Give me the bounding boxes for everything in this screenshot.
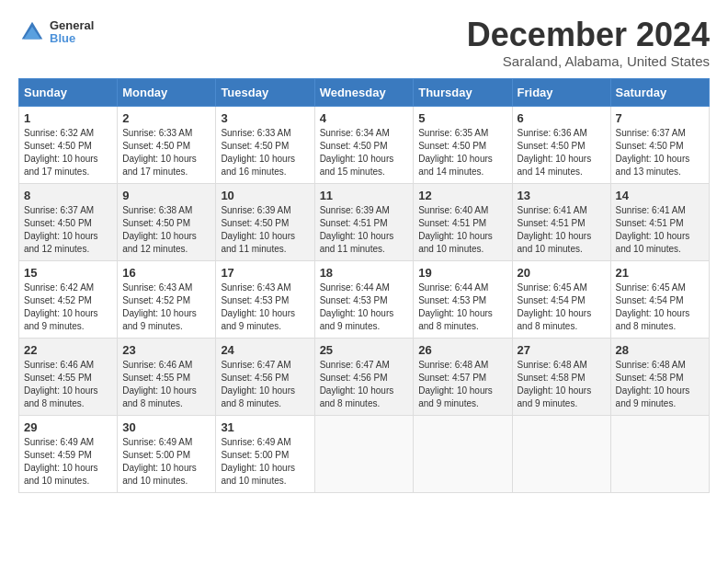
day-number: 25 [320,343,409,357]
logo-text: General Blue [50,19,94,46]
calendar-cell: 19Sunrise: 6:44 AM Sunset: 4:53 PM Dayli… [414,261,512,339]
calendar-cell [414,416,512,493]
logo-icon [18,18,46,46]
day-number: 5 [418,111,506,125]
week-row-5: 29Sunrise: 6:49 AM Sunset: 4:59 PM Dayli… [19,416,710,493]
cell-content: Sunrise: 6:48 AM Sunset: 4:57 PM Dayligh… [418,359,506,410]
calendar-cell: 21Sunrise: 6:45 AM Sunset: 4:54 PM Dayli… [610,261,709,339]
cell-content: Sunrise: 6:44 AM Sunset: 4:53 PM Dayligh… [418,282,506,333]
calendar-cell: 3Sunrise: 6:33 AM Sunset: 4:50 PM Daylig… [216,107,314,184]
cell-content: Sunrise: 6:41 AM Sunset: 4:51 PM Dayligh… [518,204,606,256]
calendar-cell: 23Sunrise: 6:46 AM Sunset: 4:55 PM Dayli… [118,339,216,416]
cell-content: Sunrise: 6:41 AM Sunset: 4:51 PM Dayligh… [616,204,704,256]
calendar-cell: 2Sunrise: 6:33 AM Sunset: 4:50 PM Daylig… [118,107,216,184]
calendar-cell: 6Sunrise: 6:36 AM Sunset: 4:50 PM Daylig… [512,107,610,184]
calendar-cell [512,416,610,493]
calendar-cell: 16Sunrise: 6:43 AM Sunset: 4:52 PM Dayli… [118,261,216,339]
day-number: 27 [518,343,606,357]
day-number: 16 [122,266,210,280]
cell-content: Sunrise: 6:37 AM Sunset: 4:50 PM Dayligh… [616,127,704,178]
day-number: 21 [616,266,704,280]
cell-content: Sunrise: 6:45 AM Sunset: 4:54 PM Dayligh… [518,282,606,333]
cell-content: Sunrise: 6:40 AM Sunset: 4:51 PM Dayligh… [418,204,506,256]
weekday-header-saturday: Saturday [610,79,709,107]
weekday-header-row: SundayMondayTuesdayWednesdayThursdayFrid… [19,79,710,107]
logo: General Blue [18,18,94,46]
cell-content: Sunrise: 6:44 AM Sunset: 4:53 PM Dayligh… [320,282,409,333]
cell-content: Sunrise: 6:43 AM Sunset: 4:53 PM Dayligh… [221,282,309,333]
calendar-cell [314,416,414,493]
calendar-cell: 25Sunrise: 6:47 AM Sunset: 4:56 PM Dayli… [314,339,414,416]
calendar-cell: 31Sunrise: 6:49 AM Sunset: 5:00 PM Dayli… [216,416,314,493]
day-number: 23 [122,343,210,357]
cell-content: Sunrise: 6:48 AM Sunset: 4:58 PM Dayligh… [518,359,606,410]
calendar-cell: 1Sunrise: 6:32 AM Sunset: 4:50 PM Daylig… [19,107,118,184]
cell-content: Sunrise: 6:43 AM Sunset: 4:52 PM Dayligh… [122,282,210,333]
calendar-cell: 15Sunrise: 6:42 AM Sunset: 4:52 PM Dayli… [19,261,118,339]
logo-general: General [50,19,94,32]
calendar-cell: 26Sunrise: 6:48 AM Sunset: 4:57 PM Dayli… [414,339,512,416]
cell-content: Sunrise: 6:37 AM Sunset: 4:50 PM Dayligh… [24,204,112,256]
calendar-cell: 24Sunrise: 6:47 AM Sunset: 4:56 PM Dayli… [216,339,314,416]
day-number: 14 [616,189,704,202]
day-number: 20 [518,266,606,280]
calendar-cell: 11Sunrise: 6:39 AM Sunset: 4:51 PM Dayli… [314,184,414,261]
cell-content: Sunrise: 6:35 AM Sunset: 4:50 PM Dayligh… [418,127,506,178]
week-row-4: 22Sunrise: 6:46 AM Sunset: 4:55 PM Dayli… [19,339,710,416]
calendar-cell: 27Sunrise: 6:48 AM Sunset: 4:58 PM Dayli… [512,339,610,416]
day-number: 11 [320,189,409,202]
calendar-cell: 9Sunrise: 6:38 AM Sunset: 4:50 PM Daylig… [118,184,216,261]
cell-content: Sunrise: 6:42 AM Sunset: 4:52 PM Dayligh… [24,282,112,333]
week-row-2: 8Sunrise: 6:37 AM Sunset: 4:50 PM Daylig… [19,184,710,261]
day-number: 7 [616,111,704,125]
day-number: 12 [418,189,506,202]
weekday-header-friday: Friday [512,79,610,107]
week-row-1: 1Sunrise: 6:32 AM Sunset: 4:50 PM Daylig… [19,107,710,184]
title-area: December 2024 Saraland, Alabama, United … [467,18,710,69]
day-number: 1 [24,111,112,125]
calendar-cell: 5Sunrise: 6:35 AM Sunset: 4:50 PM Daylig… [414,107,512,184]
page-header: General Blue December 2024 Saraland, Ala… [18,18,710,69]
day-number: 15 [24,266,112,280]
calendar-cell: 10Sunrise: 6:39 AM Sunset: 4:50 PM Dayli… [216,184,314,261]
day-number: 24 [221,343,309,357]
weekday-header-monday: Monday [118,79,216,107]
day-number: 13 [518,189,606,202]
day-number: 8 [24,189,112,202]
weekday-header-tuesday: Tuesday [216,79,314,107]
weekday-header-wednesday: Wednesday [314,79,414,107]
cell-content: Sunrise: 6:48 AM Sunset: 4:58 PM Dayligh… [616,359,704,410]
calendar-cell: 17Sunrise: 6:43 AM Sunset: 4:53 PM Dayli… [216,261,314,339]
day-number: 29 [24,420,112,434]
cell-content: Sunrise: 6:46 AM Sunset: 4:55 PM Dayligh… [122,359,210,410]
day-number: 18 [320,266,409,280]
calendar-cell: 30Sunrise: 6:49 AM Sunset: 5:00 PM Dayli… [118,416,216,493]
cell-content: Sunrise: 6:32 AM Sunset: 4:50 PM Dayligh… [24,127,112,178]
cell-content: Sunrise: 6:47 AM Sunset: 4:56 PM Dayligh… [320,359,409,410]
calendar-cell: 28Sunrise: 6:48 AM Sunset: 4:58 PM Dayli… [610,339,709,416]
day-number: 19 [418,266,506,280]
cell-content: Sunrise: 6:39 AM Sunset: 4:51 PM Dayligh… [320,204,409,256]
day-number: 4 [320,111,409,125]
month-title: December 2024 [467,18,710,52]
calendar-cell: 18Sunrise: 6:44 AM Sunset: 4:53 PM Dayli… [314,261,414,339]
day-number: 28 [616,343,704,357]
calendar-cell: 4Sunrise: 6:34 AM Sunset: 4:50 PM Daylig… [314,107,414,184]
day-number: 2 [122,111,210,125]
day-number: 6 [518,111,606,125]
cell-content: Sunrise: 6:45 AM Sunset: 4:54 PM Dayligh… [616,282,704,333]
calendar-cell: 29Sunrise: 6:49 AM Sunset: 4:59 PM Dayli… [19,416,118,493]
day-number: 17 [221,266,309,280]
day-number: 22 [24,343,112,357]
day-number: 30 [122,420,210,434]
cell-content: Sunrise: 6:46 AM Sunset: 4:55 PM Dayligh… [24,359,112,410]
calendar-cell: 12Sunrise: 6:40 AM Sunset: 4:51 PM Dayli… [414,184,512,261]
calendar-cell: 22Sunrise: 6:46 AM Sunset: 4:55 PM Dayli… [19,339,118,416]
calendar-cell: 13Sunrise: 6:41 AM Sunset: 4:51 PM Dayli… [512,184,610,261]
cell-content: Sunrise: 6:33 AM Sunset: 4:50 PM Dayligh… [122,127,210,178]
week-row-3: 15Sunrise: 6:42 AM Sunset: 4:52 PM Dayli… [19,261,710,339]
cell-content: Sunrise: 6:49 AM Sunset: 4:59 PM Dayligh… [24,436,112,488]
weekday-header-thursday: Thursday [414,79,512,107]
cell-content: Sunrise: 6:33 AM Sunset: 4:50 PM Dayligh… [221,127,309,178]
cell-content: Sunrise: 6:38 AM Sunset: 4:50 PM Dayligh… [122,204,210,256]
